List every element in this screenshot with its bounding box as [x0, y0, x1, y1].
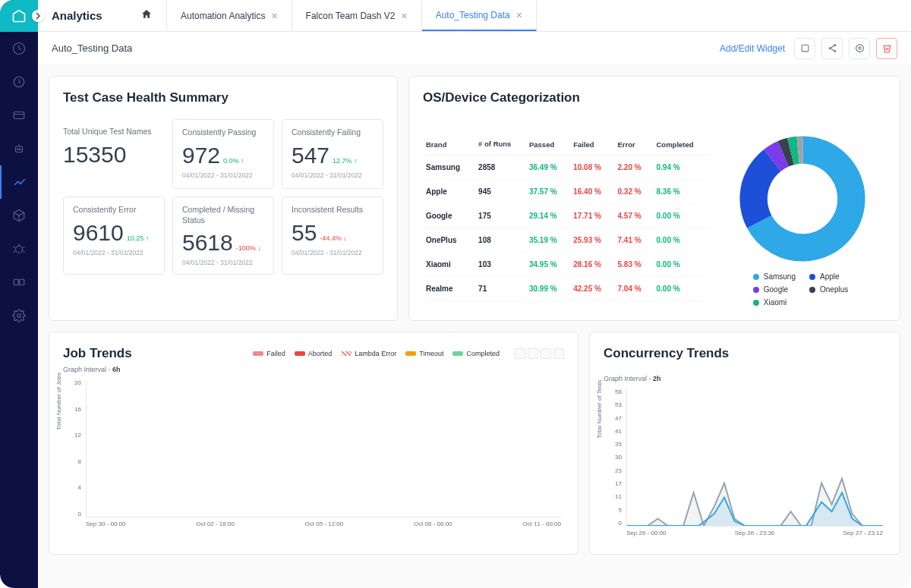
svg-line-11	[14, 251, 15, 253]
svg-point-4	[17, 149, 19, 150]
donut-chart	[738, 134, 867, 263]
nav-billing[interactable]	[0, 99, 38, 132]
svg-rect-14	[20, 279, 24, 285]
th-brand[interactable]: Brand	[423, 134, 475, 156]
metric-passing: Consistently Passing 9720.0% ↑ 04/01/202…	[172, 119, 274, 189]
legend-item[interactable]: Completed	[452, 350, 500, 357]
legend-item[interactable]: Google	[753, 285, 796, 294]
legend-item[interactable]: Aborted	[295, 350, 333, 357]
metric-label: Consistently Failing	[292, 127, 374, 138]
metric-value: 961010.25 ↑	[73, 220, 155, 246]
svg-line-9	[14, 247, 15, 248]
jobs-x-axis: Sep 30 - 00:00Oct 02 - 18:00Oct 05 - 12:…	[86, 520, 561, 531]
share-icon[interactable]	[821, 38, 843, 59]
settings-icon[interactable]	[849, 38, 870, 59]
metric-date: 04/01/2022 - 31/01/2022	[292, 171, 374, 179]
chart-expand-icon[interactable]	[528, 348, 538, 359]
nav-integrations[interactable]	[0, 266, 38, 299]
table-row[interactable]: Apple94537.57 %16.40 %0.32 %8.36 %	[423, 180, 710, 204]
main: Analytics Automation Analytics×Falcon Te…	[38, 0, 911, 588]
conc-plot	[626, 388, 883, 527]
metric-value: 5618-100% ↓	[182, 230, 264, 256]
table-row[interactable]: Samsung285836.49 %10.08 %2.20 %0.94 %	[423, 156, 710, 180]
metric-date: 04/01/2022 - 31/01/2022	[182, 259, 264, 266]
nav-automation[interactable]	[0, 132, 38, 165]
th-failed[interactable]: Failed	[570, 134, 614, 156]
svg-line-20	[831, 46, 834, 48]
nav-history[interactable]	[0, 65, 38, 99]
close-icon[interactable]: ×	[271, 10, 277, 22]
conc-y-axis: 58534741353023171150	[604, 388, 622, 527]
legend-item[interactable]: Apple	[809, 272, 852, 281]
nav-bugs[interactable]	[0, 232, 38, 266]
svg-rect-3	[16, 146, 23, 153]
app-title: Analytics	[52, 9, 102, 22]
app-title-area: Analytics	[38, 0, 167, 31]
health-title: Test Case Health Summary	[63, 90, 383, 105]
legend-item[interactable]: Lambda Error	[341, 350, 396, 357]
add-edit-widget-button[interactable]: Add/Edit Widget	[720, 43, 785, 54]
legend-item[interactable]: Oneplus	[809, 285, 852, 294]
table-row[interactable]: Google17529.14 %17.71 %4.57 %0.00 %	[423, 204, 710, 228]
page-title: Auto_Testing Data	[52, 42, 132, 54]
th-completed[interactable]: Completed	[654, 134, 711, 156]
legend-item[interactable]: Timeout	[405, 350, 443, 357]
svg-point-7	[16, 246, 23, 253]
tab-2[interactable]: Auto_Testing Data×	[422, 0, 537, 31]
legend-item[interactable]: Xiaomi	[753, 298, 796, 307]
jobs-plot	[86, 379, 561, 517]
delete-icon[interactable]	[876, 38, 897, 59]
tab-label: Auto_Testing Data	[436, 10, 510, 20]
metric-unique: Total Unique Test Names 15350	[63, 119, 165, 189]
sidebar-expand-icon[interactable]	[32, 10, 44, 22]
svg-point-23	[856, 45, 863, 52]
nav-settings[interactable]	[0, 299, 38, 332]
metric-date: 04/01/2022 - 31/01/2022	[73, 249, 155, 256]
table-row[interactable]: Realme7130.99 %42.25 %7.04 %0.00 %	[423, 277, 710, 301]
layout-icon[interactable]	[794, 38, 815, 59]
metric-label: Completed / Missing Status	[182, 205, 264, 225]
svg-line-21	[831, 49, 834, 51]
jobs-chart: Total Number of Jobs 201612840 Sep 30 - …	[63, 379, 564, 531]
topbar: Analytics Automation Analytics×Falcon Te…	[38, 0, 911, 32]
metric-label: Consistently Passing	[182, 127, 264, 138]
table-row[interactable]: OnePlus10835.19 %25.93 %7.41 %0.00 %	[423, 228, 710, 253]
close-icon[interactable]: ×	[401, 10, 407, 22]
metric-failing: Consistently Failing 54712.7% ↑ 04/01/20…	[282, 119, 383, 189]
concurrency-card: Concurrency Trends Graph Interval - 2h T…	[589, 332, 900, 555]
tab-0[interactable]: Automation Analytics×	[167, 0, 292, 31]
table-row[interactable]: Xiaomi10334.95 %28.16 %5.83 %0.00 %	[423, 253, 710, 277]
close-icon[interactable]: ×	[516, 9, 522, 21]
th-error[interactable]: Error	[614, 134, 653, 156]
th-passed[interactable]: Passed	[526, 134, 570, 156]
svg-line-12	[23, 251, 24, 253]
nav-analytics[interactable]	[0, 165, 38, 199]
metric-label: Total Unique Test Names	[63, 127, 156, 137]
jobs-y-axis: 201612840	[63, 379, 81, 517]
metric-value: 55-44.4% ↓	[292, 220, 374, 246]
content: Test Case Health Summary Total Unique Te…	[38, 65, 911, 588]
legend-item[interactable]: Samsung	[753, 272, 796, 281]
conc-x-axis: Sep 26 - 00:00Sep 26 - 23:36Sep 27 - 23:…	[626, 530, 883, 540]
nav-dashboard[interactable]	[0, 32, 38, 65]
home-icon[interactable]	[140, 8, 153, 23]
jobs-legend: FailedAbortedLambda ErrorTimeoutComplete…	[253, 348, 564, 359]
svg-point-5	[20, 149, 21, 150]
chart-menu-icon[interactable]	[553, 348, 564, 359]
svg-point-22	[858, 47, 860, 49]
tab-1[interactable]: Falcon Team Dash V2×	[292, 0, 422, 31]
logo[interactable]	[0, 0, 38, 32]
os-device-card: OS/Device Categorization Brand # of Runs…	[408, 76, 900, 321]
jobs-y-label: Total Number of Jobs	[55, 373, 62, 430]
nav-packages[interactable]	[0, 199, 38, 232]
th-runs[interactable]: # of Runs	[475, 134, 526, 156]
legend-item[interactable]: Failed	[253, 350, 285, 357]
os-table: Brand # of Runs Passed Failed Error Comp…	[423, 134, 710, 307]
chart-bar-icon[interactable]	[515, 348, 525, 359]
chart-reset-icon[interactable]	[541, 348, 551, 359]
donut-chart-wrap: SamsungAppleGoogleOneplusXiaomi	[719, 134, 886, 307]
os-title: OS/Device Categorization	[423, 90, 886, 105]
svg-point-18	[829, 47, 831, 49]
metric-label: Consistently Error	[73, 205, 155, 215]
health-summary-card: Test Case Health Summary Total Unique Te…	[49, 76, 398, 321]
